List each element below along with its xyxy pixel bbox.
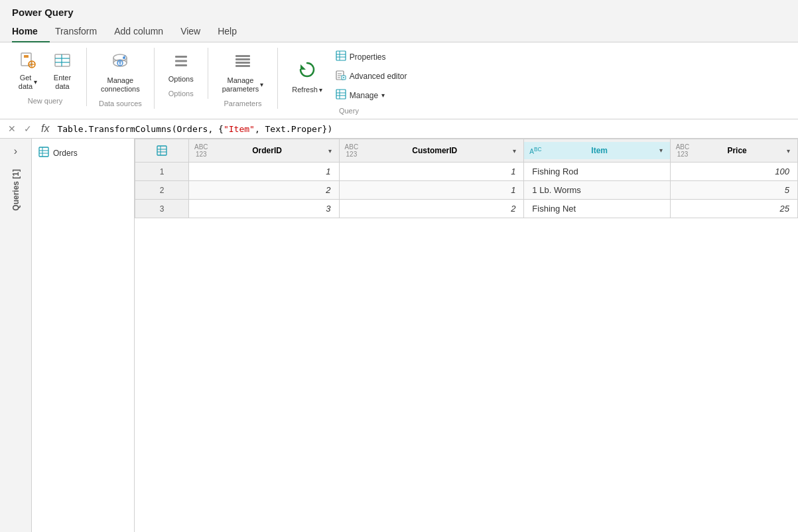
row-1-item: Fishing Rod [524,163,670,181]
svg-rect-15 [175,56,187,58]
svg-marker-22 [300,64,306,70]
table-row: 1 1 1 Fishing Rod 100 [135,163,798,181]
tab-home[interactable]: Home [12,21,50,42]
cancel-formula-button[interactable]: ✕ [5,122,19,135]
options-button[interactable]: Options [163,48,200,87]
options-group-label: Options [163,87,200,99]
manage-connections-icon [109,51,131,75]
ribbon: Get data ▾ Enter data New query [0,42,798,119]
customer-id-name: CustomerID [361,146,508,155]
formula-controls: ✕ ✓ fx [5,122,53,135]
tab-view[interactable]: View [180,21,212,42]
ribbon-group-parameters: Manage parameters ▾ Parameters [208,48,279,109]
get-data-label: Get data ▾ [19,74,37,91]
ribbon-group-query: Refresh ▾ Properties [278,48,419,116]
manage-dropdown-icon: ▾ [381,92,385,99]
svg-rect-21 [235,65,250,67]
svg-rect-17 [175,64,187,66]
manage-button[interactable]: Manage ▾ [331,86,412,104]
row-num-header [135,139,189,163]
svg-rect-5 [55,54,70,66]
order-id-header: ABC123 OrderID ▾ [189,139,340,163]
svg-rect-20 [235,62,250,64]
data-sources-label: Data sources [95,97,146,109]
item-name: Item [545,146,655,155]
svg-rect-34 [336,90,346,99]
row-1-num: 1 [135,163,189,181]
properties-icon [336,50,346,63]
row-1-price: 100 [670,163,797,181]
refresh-icon [295,58,319,84]
query-item-label: Orders [53,149,78,158]
get-data-button[interactable]: Get data ▾ [12,48,44,94]
options-icon [171,51,191,74]
table-header-row: ABC123 OrderID ▾ ABC123 CustomerID ▾ [135,139,798,163]
price-name: Price [692,146,782,155]
confirm-formula-button[interactable]: ✓ [21,122,34,135]
fx-label: fx [41,123,49,135]
customer-id-type: ABC123 [345,143,359,158]
queries-panel-item[interactable]: Orders [32,143,134,163]
row-2-order-id: 2 [189,181,340,200]
row-1-customer-id: 1 [339,163,524,181]
advanced-editor-button[interactable]: Advanced editor [331,67,412,85]
item-dropdown[interactable]: ▾ [657,146,665,155]
tab-help[interactable]: Help [218,21,249,42]
row-2-num: 2 [135,181,189,200]
svg-rect-42 [157,146,166,155]
ribbon-group-options: Options Options [155,48,208,99]
main-area: › Queries [1] Orders [0,139,798,532]
item-header: ABC Item ▾ [524,139,670,163]
manage-params-dropdown-icon: ▾ [260,81,263,89]
price-type: ABC123 [676,143,690,158]
query-table-icon [38,147,49,159]
manage-connections-button[interactable]: Manage connections [95,48,146,97]
manage-parameters-label: Manage parameters ▾ [222,76,264,94]
formula-text[interactable]: Table.TransformColumns(Orders, {"Item", … [57,124,793,134]
order-id-name: OrderID [211,146,324,155]
queries-panel: Orders [32,139,135,532]
manage-label: Manage [350,91,378,100]
svg-rect-18 [235,55,250,57]
enter-data-label: Enter data [54,74,71,91]
svg-rect-16 [175,60,187,62]
refresh-button[interactable]: Refresh ▾ [286,54,328,98]
ribbon-group-data-sources: Manage connections Data sources [87,48,155,109]
svg-rect-1 [24,55,29,58]
tab-add-column[interactable]: Add column [114,21,175,42]
row-3-order-id: 3 [189,200,340,218]
left-sidebar: › Queries [1] [0,139,32,532]
properties-button[interactable]: Properties [331,48,412,66]
order-id-dropdown[interactable]: ▾ [326,147,334,155]
tab-bar: Home Transform Add column View Help [0,21,798,42]
customer-id-dropdown[interactable]: ▾ [511,147,518,155]
queries-sidebar-label: Queries [1] [11,169,21,211]
tab-transform[interactable]: Transform [55,21,109,42]
get-data-icon [19,51,37,72]
row-2-item: 1 Lb. Worms [524,181,670,200]
svg-rect-23 [336,51,346,60]
query-group-label: Query [286,104,411,116]
row-2-customer-id: 1 [339,181,524,200]
price-dropdown[interactable]: ▾ [785,147,792,155]
row-3-price: 25 [670,200,797,218]
parameters-group-label: Parameters [216,97,270,109]
advanced-editor-label: Advanced editor [350,72,407,81]
enter-data-button[interactable]: Enter data [46,48,78,94]
query-side-items: Properties Advanced [331,48,412,104]
refresh-dropdown-icon: ▾ [319,86,322,94]
svg-rect-38 [39,147,48,157]
get-data-dropdown-icon: ▾ [34,78,37,86]
row-3-item: Fishing Net [524,200,670,218]
data-grid[interactable]: ABC123 OrderID ▾ ABC123 CustomerID ▾ [135,139,798,532]
price-header: ABC123 Price ▾ [670,139,797,163]
table-row: 2 2 1 1 Lb. Worms 5 [135,181,798,200]
options-label: Options [168,75,194,84]
manage-parameters-button[interactable]: Manage parameters ▾ [216,48,270,97]
collapse-sidebar-button[interactable]: › [14,145,17,157]
app-title: Power Query [0,0,798,18]
enter-data-icon [53,51,72,72]
manage-parameters-icon [232,51,253,75]
customer-id-header: ABC123 CustomerID ▾ [339,139,524,163]
properties-label: Properties [350,52,386,62]
